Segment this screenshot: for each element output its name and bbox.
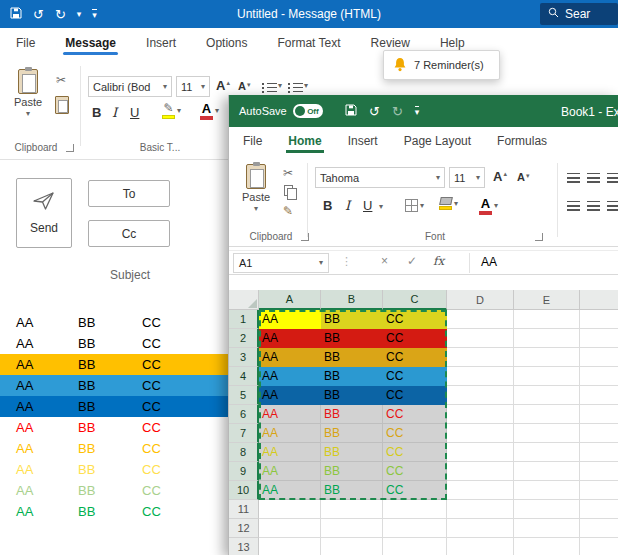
cell-A8[interactable]: AA xyxy=(259,443,321,462)
xl-tab-home[interactable]: Home xyxy=(286,129,323,155)
insert-function-icon[interactable]: fx xyxy=(433,254,444,268)
cell-E9[interactable] xyxy=(514,462,580,481)
select-all-corner[interactable] xyxy=(229,290,259,310)
grow-font-button[interactable]: A▴ xyxy=(216,79,230,92)
text-highlight-color-button[interactable]: ✎ ▾ xyxy=(162,102,181,119)
bold-button[interactable]: B xyxy=(323,199,332,212)
cell-C1[interactable]: CC xyxy=(383,310,447,329)
cancel-icon[interactable]: × xyxy=(381,255,388,267)
cell-C12[interactable] xyxy=(383,519,447,538)
row-header-6[interactable]: 6 xyxy=(229,405,259,424)
column-header-E[interactable]: E xyxy=(514,290,580,310)
cell-D8[interactable] xyxy=(447,443,514,462)
redo-icon[interactable]: ↻ xyxy=(392,105,403,118)
cut-icon[interactable]: ✂ xyxy=(56,74,66,86)
enter-icon[interactable]: ✓ xyxy=(407,255,417,267)
row-header-2[interactable]: 2 xyxy=(229,329,259,348)
align-left-icon[interactable] xyxy=(567,201,580,212)
cell-C13[interactable] xyxy=(383,538,447,555)
cell-A3[interactable]: AA xyxy=(259,348,321,367)
cell-A6[interactable]: AA xyxy=(259,405,321,424)
cell-D5[interactable] xyxy=(447,386,514,405)
align-top-icon[interactable] xyxy=(567,173,580,184)
cell-E12[interactable] xyxy=(514,519,580,538)
cell-C7[interactable]: CC xyxy=(383,424,447,443)
align-middle-icon[interactable] xyxy=(587,173,600,184)
ol-tab-options[interactable]: Options xyxy=(204,30,249,58)
formula-input[interactable]: AA xyxy=(481,255,497,269)
undo-icon[interactable]: ↺ xyxy=(369,105,380,118)
row-header-11[interactable]: 11 xyxy=(229,500,259,519)
row-header-1[interactable]: 1 xyxy=(229,310,259,329)
column-header-C[interactable]: C xyxy=(383,290,447,310)
xl-tab-file[interactable]: File xyxy=(241,129,264,155)
cell-A1[interactable]: AA xyxy=(259,310,321,329)
send-button[interactable]: Send xyxy=(16,178,72,248)
cell-E11[interactable] xyxy=(514,500,580,519)
cell-E13[interactable] xyxy=(514,538,580,555)
cell-B8[interactable]: BB xyxy=(321,443,383,462)
numbered-list-button[interactable]: ▾ xyxy=(288,82,308,93)
cell-E7[interactable] xyxy=(514,424,580,443)
cell-B10[interactable]: BB xyxy=(321,481,383,500)
font-color-button[interactable]: A ▾ xyxy=(200,102,219,120)
column-header-A[interactable]: A xyxy=(259,290,321,310)
cell-C5[interactable]: CC xyxy=(383,386,447,405)
cell-B12[interactable] xyxy=(321,519,383,538)
font-name-select[interactable]: Calibri (Bod ▾ xyxy=(88,76,172,97)
ol-tab-format-text[interactable]: Format Text xyxy=(275,30,342,58)
cell-B13[interactable] xyxy=(321,538,383,555)
cell-A10[interactable]: AA xyxy=(259,481,321,500)
cell-D2[interactable] xyxy=(447,329,514,348)
cell-A7[interactable]: AA xyxy=(259,424,321,443)
cell-E6[interactable] xyxy=(514,405,580,424)
italic-button[interactable]: I xyxy=(345,199,350,212)
cell-C4[interactable]: CC xyxy=(383,367,447,386)
ol-tab-message[interactable]: Message xyxy=(63,30,118,58)
cell-C8[interactable]: CC xyxy=(383,443,447,462)
cell-D12[interactable] xyxy=(447,519,514,538)
cell-D3[interactable] xyxy=(447,348,514,367)
to-button[interactable]: To xyxy=(88,180,170,207)
cell-A2[interactable]: AA xyxy=(259,329,321,348)
customize-qat-icon[interactable]: ▾ xyxy=(415,106,420,117)
row-header-8[interactable]: 8 xyxy=(229,443,259,462)
cell-B2[interactable]: BB xyxy=(321,329,383,348)
cut-icon[interactable]: ✂ xyxy=(283,167,293,179)
cell-A12[interactable] xyxy=(259,519,321,538)
cell-C6[interactable]: CC xyxy=(383,405,447,424)
cell-E5[interactable] xyxy=(514,386,580,405)
cell-D11[interactable] xyxy=(447,500,514,519)
row-header-13[interactable]: 13 xyxy=(229,538,259,555)
paste-button[interactable]: Paste ▾ xyxy=(237,161,275,225)
cell-A13[interactable] xyxy=(259,538,321,555)
cell-E10[interactable] xyxy=(514,481,580,500)
cell-E1[interactable] xyxy=(514,310,580,329)
ol-tab-file[interactable]: File xyxy=(14,30,37,58)
font-dialog-launcher[interactable] xyxy=(535,233,543,241)
cell-A4[interactable]: AA xyxy=(259,367,321,386)
paste-button[interactable]: Paste ▾ xyxy=(8,66,48,128)
message-body[interactable]: AABBCCAABBCCAABBCCAABBCCAABBCCAABBCCAABB… xyxy=(0,312,232,522)
bold-button[interactable]: B xyxy=(92,106,101,119)
cell-E8[interactable] xyxy=(514,443,580,462)
row-header-3[interactable]: 3 xyxy=(229,348,259,367)
clipboard-dialog-launcher[interactable] xyxy=(301,233,309,241)
cell-B7[interactable]: BB xyxy=(321,424,383,443)
cell-A11[interactable] xyxy=(259,500,321,519)
row-header-5[interactable]: 5 xyxy=(229,386,259,405)
ol-tab-insert[interactable]: Insert xyxy=(144,30,178,58)
autosave-toggle[interactable]: Off xyxy=(293,104,323,118)
underline-button[interactable]: U xyxy=(130,106,139,119)
copy-icon[interactable] xyxy=(55,96,69,114)
align-bottom-icon[interactable] xyxy=(607,173,618,184)
cell-C11[interactable] xyxy=(383,500,447,519)
font-size-select[interactable]: 11 ▾ xyxy=(176,76,210,97)
shrink-font-button[interactable]: A▾ xyxy=(517,172,529,183)
cell-D13[interactable] xyxy=(447,538,514,555)
cc-button[interactable]: Cc xyxy=(88,220,170,247)
cell-D1[interactable] xyxy=(447,310,514,329)
cell-B4[interactable]: BB xyxy=(321,367,383,386)
copy-icon[interactable] xyxy=(284,185,293,196)
bullet-list-button[interactable]: ▾ xyxy=(262,82,282,93)
